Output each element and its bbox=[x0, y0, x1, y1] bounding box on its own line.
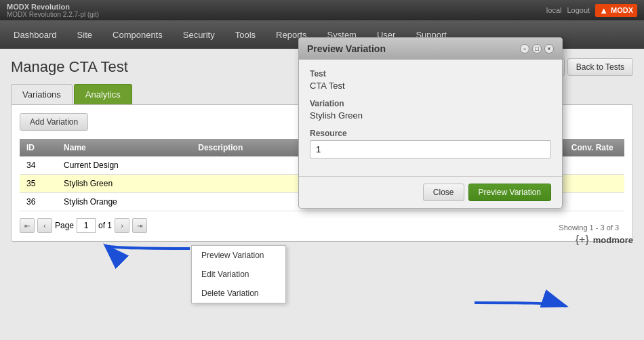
col-id: ID bbox=[20, 139, 57, 156]
showing-text: Showing 1 - 3 of 3 bbox=[559, 224, 619, 232]
top-bar-right: local Logout ▲ MODX bbox=[546, 4, 637, 17]
modal-minimize-button[interactable]: − bbox=[520, 44, 529, 54]
modal-window-controls: − □ × bbox=[520, 44, 554, 54]
context-delete-variation[interactable]: Delete Variation bbox=[192, 284, 285, 303]
page-title: Manage CTA Test bbox=[11, 58, 128, 76]
tab-variations[interactable]: Variations bbox=[11, 84, 73, 104]
modal-body: Test CTA Test Variation Stylish Green Re… bbox=[299, 60, 562, 176]
variation-field-label: Variation bbox=[310, 99, 551, 108]
page-last-button[interactable]: ⇥ bbox=[132, 218, 147, 233]
context-menu: Preview Variation Edit Variation Delete … bbox=[191, 245, 286, 303]
row-name: Stylish Green bbox=[57, 175, 191, 193]
row-id: 35 bbox=[20, 175, 57, 193]
modal-close-button[interactable]: Close bbox=[423, 184, 464, 201]
page-first-button[interactable]: ⇤ bbox=[20, 218, 35, 233]
resource-input[interactable] bbox=[310, 140, 551, 158]
page-of-label: of 1 bbox=[98, 221, 112, 230]
test-field-label: Test bbox=[310, 69, 551, 79]
modx-logo-text: MODX bbox=[611, 6, 633, 14]
nav-components[interactable]: Components bbox=[103, 26, 172, 44]
page-label: Page bbox=[55, 221, 74, 230]
row-conv bbox=[565, 193, 624, 211]
row-name: Current Design bbox=[57, 156, 191, 175]
resource-field-label: Resource bbox=[310, 129, 551, 138]
modal-title: Preview Variation bbox=[307, 43, 386, 54]
modal-close-x-button[interactable]: × bbox=[544, 44, 554, 54]
logout-link[interactable]: Logout bbox=[567, 6, 590, 14]
tab-analytics[interactable]: Analytics bbox=[74, 84, 132, 104]
row-id: 34 bbox=[20, 156, 57, 175]
col-name: Name bbox=[57, 139, 191, 156]
row-conv bbox=[565, 175, 624, 193]
modal-preview-button[interactable]: Preview Variation bbox=[468, 184, 551, 201]
app-subtitle: MODX Revolution 2.2.7-pl (git) bbox=[7, 11, 99, 18]
top-bar: MODX Revolution MODX Revolution 2.2.7-pl… bbox=[0, 0, 644, 20]
variation-field-value: Stylish Green bbox=[310, 110, 551, 121]
modx-logo: ▲ MODX bbox=[595, 4, 637, 17]
pagination: ⇤ ‹ Page of 1 › ⇥ bbox=[20, 218, 624, 233]
modal-footer: Close Preview Variation bbox=[299, 176, 562, 208]
modal-header: Preview Variation − □ × bbox=[299, 38, 562, 60]
local-link[interactable]: local bbox=[546, 6, 562, 14]
context-preview-variation[interactable]: Preview Variation bbox=[192, 246, 285, 265]
page-next-button[interactable]: › bbox=[115, 218, 129, 233]
footer: {+} modmore bbox=[576, 234, 633, 246]
context-edit-variation[interactable]: Edit Variation bbox=[192, 265, 285, 284]
add-variation-button[interactable]: Add Variation bbox=[20, 113, 88, 131]
footer-icon: {+} bbox=[576, 234, 589, 246]
test-field-value: CTA Test bbox=[310, 81, 551, 91]
row-id: 36 bbox=[20, 193, 57, 211]
app-title: MODX Revolution bbox=[7, 3, 99, 11]
page-prev-button[interactable]: ‹ bbox=[37, 218, 52, 233]
nav-security[interactable]: Security bbox=[174, 26, 224, 44]
app-info: MODX Revolution MODX Revolution 2.2.7-pl… bbox=[7, 3, 99, 18]
row-name: Stylish Orange bbox=[57, 193, 191, 211]
modx-logo-icon: ▲ bbox=[599, 5, 608, 16]
preview-variation-modal: Preview Variation − □ × Test CTA Test Va… bbox=[298, 37, 563, 209]
back-to-tests-button[interactable]: Back to Tests bbox=[567, 58, 633, 76]
col-conv-rate: Conv. Rate bbox=[565, 139, 624, 156]
nav-tools[interactable]: Tools bbox=[226, 26, 265, 44]
nav-site[interactable]: Site bbox=[68, 26, 102, 44]
row-conv bbox=[565, 156, 624, 175]
nav-dashboard[interactable]: Dashboard bbox=[4, 26, 66, 44]
page-number-input[interactable] bbox=[77, 218, 96, 233]
footer-brand: modmore bbox=[593, 235, 633, 245]
modal-maximize-button[interactable]: □ bbox=[532, 44, 542, 54]
